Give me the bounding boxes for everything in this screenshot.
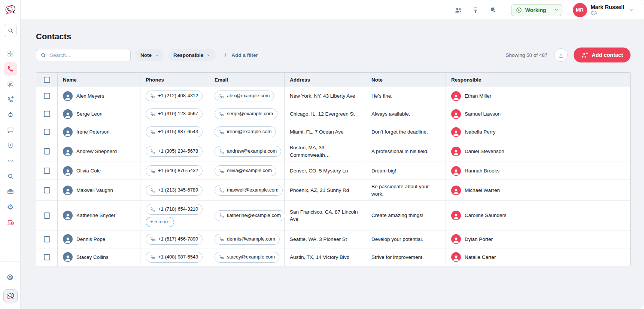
notifications-icon[interactable] <box>489 6 497 14</box>
contact-name-cell[interactable]: Serge Leon <box>58 105 140 123</box>
contact-row: Serge Leon+1 (310) 123-4567serge@example… <box>36 105 630 123</box>
contact-name-cell[interactable]: Alex Meyers <box>58 87 140 105</box>
note-text: Strive for improvement. <box>371 254 424 261</box>
topbar: Working MR Mark Russell CA <box>21 0 644 20</box>
sidebar-item-phone-plus-icon[interactable] <box>4 93 17 106</box>
sidebar-item-life-buoy-icon[interactable] <box>3 270 17 284</box>
email-cell: dennis@example.com <box>209 230 285 248</box>
user-avatar: MR <box>573 3 587 17</box>
sidebar-item-search-icon[interactable] <box>4 169 17 183</box>
email-chip[interactable]: olivia@example.com <box>215 165 276 176</box>
address-text: Phoenix, AZ, 21 Sunny Rd <box>290 187 349 194</box>
email-chip[interactable]: irene@example.com <box>215 126 276 137</box>
add-filter-button[interactable]: Add a filter <box>223 52 258 58</box>
row-checkbox[interactable] <box>44 93 50 99</box>
contact-name-cell[interactable]: Stacey Collins <box>58 248 140 266</box>
contact-name-cell[interactable]: Katherine Snyder <box>58 201 140 230</box>
email-chip[interactable]: andrew@example.com <box>215 146 281 157</box>
row-checkbox[interactable] <box>44 168 50 174</box>
responsible-cell: Natalie Carter <box>446 248 630 266</box>
toolbar: NoteResponsible Add a filter Showing 50 … <box>36 48 631 62</box>
sidebar-bottom <box>0 261 20 303</box>
phone-chip[interactable]: +1 (213) 345-6789 <box>146 185 203 196</box>
sidebar-item-phone-icon[interactable] <box>4 62 17 76</box>
phone-chip[interactable]: +1 (617) 456-7890 <box>146 234 203 245</box>
row-checkbox[interactable] <box>44 187 50 193</box>
export-button[interactable] <box>554 48 568 62</box>
filter-chip-note[interactable]: Note <box>136 49 164 61</box>
sidebar-item-devices-icon[interactable] <box>4 215 17 229</box>
contact-name-cell[interactable]: Andrew Shepherd <box>58 141 140 162</box>
responsible-avatar <box>451 211 461 220</box>
select-all-checkbox[interactable] <box>44 77 50 83</box>
sidebar-item-robot-icon[interactable] <box>4 108 17 122</box>
app-frame: ⚙ Working MR Mark Russell CA <box>0 0 644 309</box>
note-text: He’s fine. <box>371 92 392 100</box>
dialpad-icon[interactable] <box>471 6 480 14</box>
contact-name-cell[interactable]: Dennis Pope <box>58 230 140 248</box>
email-chip[interactable]: alex@example.com <box>215 91 274 101</box>
responsible-cell: Samuel Lawson <box>446 105 630 123</box>
phone-chip[interactable]: +1 (212) 408-4312 <box>146 91 203 101</box>
phone-chip[interactable]: +1 (310) 123-4567 <box>146 108 203 119</box>
sidebar-item-code-icon[interactable] <box>4 154 17 168</box>
sidebar-item-chat-bubble-icon[interactable] <box>4 123 17 137</box>
sidebar-item-marker-plus-icon[interactable] <box>4 139 17 152</box>
phone-chip[interactable]: +1 (415) 987-6543 <box>146 126 203 137</box>
phones-cell: +1 (408) 987-6543 <box>140 248 209 266</box>
row-checkbox[interactable] <box>44 148 50 154</box>
more-phones-chip[interactable]: + 5 more <box>146 217 174 227</box>
filter-chip-responsible[interactable]: Responsible <box>168 49 216 61</box>
email-chip[interactable]: dennis@example.com <box>215 234 280 245</box>
phone-chip[interactable]: +1 (718) 654-3210 <box>146 204 203 215</box>
responsible-avatar <box>451 109 461 119</box>
add-contact-button[interactable]: Add contact <box>574 48 631 62</box>
phone-icon <box>219 111 224 117</box>
address-cell: Austin, TX, 14 Victory Blvd <box>285 248 366 266</box>
email-chip[interactable]: serge@example.com <box>215 108 277 119</box>
contact-avatar <box>63 186 73 195</box>
responsible-cell: Hannah Brooks <box>446 162 630 180</box>
user-menu[interactable]: MR Mark Russell CA <box>573 3 634 17</box>
row-checkbox[interactable] <box>44 236 50 242</box>
search-input[interactable] <box>36 49 131 61</box>
contact-name-cell[interactable]: Irene Peterson <box>58 123 140 141</box>
phone-chip[interactable]: +1 (305) 234-5678 <box>146 146 203 157</box>
contact-avatar <box>63 109 73 119</box>
responsible-cell: Isabella Perry <box>446 123 630 141</box>
address-text: Miami, FL, 7 Ocean Ave <box>290 128 344 136</box>
responsible-name: Samuel Lawson <box>465 110 501 118</box>
row-checkbox[interactable] <box>44 111 50 117</box>
contact-name-cell[interactable]: Maxwell Vaughn <box>58 180 140 201</box>
team-icon[interactable] <box>454 6 462 14</box>
responsible-name: Michael Warren <box>465 187 500 194</box>
row-checkbox[interactable] <box>44 254 50 260</box>
status-dropdown[interactable]: Working <box>511 4 562 16</box>
note-text: Create amazing things! <box>371 212 423 219</box>
column-header-email: Email <box>209 73 285 87</box>
contact-name: Serge Leon <box>76 110 103 118</box>
row-checkbox[interactable] <box>44 212 50 219</box>
sidebar-item-chat-lines-icon[interactable] <box>4 77 17 91</box>
email-cell: serge@example.com <box>209 105 285 123</box>
phone-icon <box>150 168 155 174</box>
sidebar-item-grid-icon[interactable] <box>4 47 17 60</box>
sidebar-item-gear-icon[interactable]: ⚙ <box>4 200 17 214</box>
email-chip[interactable]: stacey@example.com <box>215 252 279 263</box>
phone-chip[interactable]: +1 (646) 876-5432 <box>146 165 203 176</box>
contact-name-cell[interactable]: Olivia Cole <box>58 162 140 180</box>
contact-avatar <box>63 211 73 220</box>
add-filter-label: Add a filter <box>231 52 258 58</box>
phone-chip[interactable]: +1 (408) 987-6543 <box>146 252 203 263</box>
phones-cell: +1 (617) 456-7890 <box>140 230 209 248</box>
launcher-button-logo-icon[interactable] <box>3 289 18 303</box>
responsible-cell: Daniel Stevenson <box>446 141 630 162</box>
email-chip[interactable]: maxwell@example.com <box>215 185 283 196</box>
row-checkbox[interactable] <box>44 129 50 135</box>
responsible-cell: Michael Warren <box>446 180 630 201</box>
sidebar-item-briefcase-icon[interactable] <box>4 185 17 198</box>
contact-name: Stacey Collins <box>76 254 109 261</box>
contact-row: Olivia Cole+1 (646) 876-5432olivia@examp… <box>36 162 630 180</box>
email-chip[interactable]: katherine@example.com <box>215 210 285 221</box>
sidebar-search-button[interactable] <box>4 24 17 37</box>
